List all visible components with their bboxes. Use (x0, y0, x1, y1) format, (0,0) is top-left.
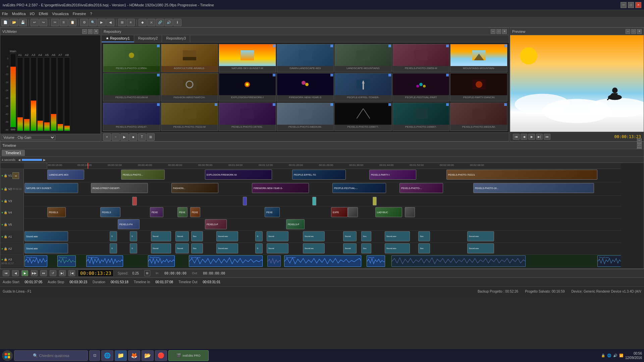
menu-visualizza[interactable]: Visualizza (52, 12, 68, 16)
clip-v5-3[interactable]: PEXELS-P (286, 219, 305, 229)
open-button[interactable]: 📂 (10, 19, 18, 26)
thumb-party[interactable]: PEOPLE-PARTY-DANCIN (450, 73, 507, 102)
tb-rewind-start[interactable]: ⏮ (3, 270, 9, 276)
track-v5-lock[interactable]: 🔒 (4, 223, 7, 226)
preview-close[interactable]: ✕ (637, 29, 642, 34)
thumb-nature-sky[interactable]: NATURE-SKY-SUNSET-M (219, 44, 276, 72)
thumb-firework[interactable]: FIREWORK-NEW-YEAR-S (277, 73, 334, 102)
a2-clip-8[interactable]: S (255, 243, 263, 253)
tool-2[interactable]: ◀ (106, 19, 114, 26)
track-v2-enable[interactable]: ● (1, 187, 3, 191)
clip-v3-2[interactable] (243, 197, 247, 205)
scale-right-icon[interactable]: ▶ (43, 158, 46, 162)
a2-clip-11[interactable]: Sound. (343, 243, 357, 253)
preview-play[interactable]: ▶ (528, 134, 535, 140)
menu-file[interactable]: File (2, 12, 8, 16)
a1-clip-1[interactable]: Sound.wav (24, 231, 68, 241)
a1-clip-6[interactable]: Sou (191, 231, 203, 241)
undo-button[interactable]: ↩ (31, 19, 39, 26)
clip-v4-6[interactable]: PEXE (265, 207, 280, 217)
clip-v1-eiffel[interactable]: PEOPLE-EIFFEL-TO (292, 170, 346, 180)
thumb-pexels-60168[interactable]: PEXELS-PHOTO-60168-M (103, 73, 160, 102)
menu-io[interactable]: I/O (30, 12, 35, 16)
repo-tab-1[interactable]: ★ Repository1 (102, 35, 134, 42)
tool-1[interactable]: ▶ (98, 19, 106, 26)
info-button[interactable]: ℹ (173, 19, 181, 26)
repo-tab-3[interactable]: Repository3 (162, 35, 190, 42)
thumb-pexels-167491[interactable]: PEXELS-PHOTO-167491- (219, 103, 276, 131)
thumb-pexels-70222[interactable]: PEXELS-PHOTO-70222-M (161, 103, 218, 131)
vumeter-close[interactable]: ✕ (94, 29, 98, 34)
track-a3-lock[interactable]: 🔒 (4, 258, 7, 261)
a1-clip-7[interactable]: Sound.wav (216, 231, 238, 241)
a1-clip-8[interactable]: S (255, 231, 263, 241)
repo-grid-button[interactable]: ⊞ (147, 133, 155, 141)
clip-v4-9[interactable]: LADYBUC (375, 207, 402, 217)
clip-v4-1[interactable]: PEXELS (47, 207, 66, 217)
track-a1-enable[interactable]: ● (1, 235, 3, 238)
a2-clip-12[interactable]: Sou (361, 243, 371, 253)
clip-v4-7[interactable]: EXPE (331, 207, 348, 217)
thumb-pexels-119564[interactable]: PEXELS-PHOTO-119564- (103, 44, 160, 72)
tb-play[interactable]: ▶ (21, 270, 28, 276)
a2-clip-1[interactable]: Sound.wav (24, 243, 68, 253)
settings-button[interactable]: ⚙ (80, 19, 88, 26)
taskbar-app-folder[interactable]: 📂 (142, 350, 154, 361)
vu-mode-select[interactable]: Volume - Clip Gain (2, 135, 55, 140)
clip-v2-fashion[interactable]: FASHION... (171, 183, 218, 193)
timeline-scroll[interactable]: 00:00:16:00 00:00:24:00 00:00:32:00 00:0… (0, 163, 644, 268)
paste-button[interactable]: 📋 (68, 19, 76, 26)
a1-clip-10[interactable]: Sound.wa (303, 231, 325, 241)
clip-v4-3[interactable]: PEXE (150, 207, 163, 217)
preview-next-frame[interactable]: ▶| (536, 134, 543, 140)
a3-waveform-2[interactable]: Sound.w (57, 255, 76, 267)
a3-waveform-4[interactable]: Sound.wav (148, 255, 175, 267)
a3-waveform-7[interactable]: Sound.wav (284, 255, 361, 267)
repo-play-button[interactable]: ▶ (120, 133, 128, 141)
thumb-pexels-154147[interactable]: PEXELS-PHOTO-154147- (103, 103, 160, 131)
thumb-pexels-medium-2[interactable]: PEXELS-PHOTO-MEDIUM- (450, 103, 507, 131)
tb-mark-in[interactable]: ▶| (59, 270, 66, 276)
repo-add-button[interactable]: + (103, 133, 111, 141)
scale-left-icon[interactable]: ◀ (18, 158, 20, 162)
track-a1-lock[interactable]: 🔒 (4, 235, 7, 238)
tb-mark-out[interactable]: |◀ (68, 270, 75, 276)
clip-v2-pexels16[interactable]: PEXELS-PHOTO-16... (473, 183, 594, 193)
clip-v1-party[interactable]: PEXELS-PARTY-I (369, 170, 416, 180)
track-a3-enable[interactable]: ● (1, 258, 3, 261)
menu-modifica[interactable]: Modifica (12, 12, 26, 16)
clip-v2-firework[interactable]: FIREWORK-NEW-YEAR-S- (252, 183, 309, 193)
a1-clip-12[interactable]: Sou (361, 231, 371, 241)
track-v1-lock[interactable]: 🔒 (4, 174, 7, 177)
track-v4-lock[interactable]: 🔒 (4, 211, 7, 214)
clip-v2-photo[interactable]: PEXELS-PHOTO-... (399, 183, 443, 193)
clip-v3-1[interactable] (132, 197, 137, 205)
preview-forward[interactable]: ⏭ (544, 134, 550, 140)
link-button[interactable]: 🔗 (156, 19, 164, 26)
taskbar-ivs-app[interactable]: 🎬 ivsEdits PRO (168, 350, 209, 361)
vumeter-maximize[interactable]: □ (88, 29, 93, 34)
repo-controls[interactable]: ─ □ ✕ (491, 29, 507, 34)
track-v5-enable[interactable]: ● (1, 223, 3, 226)
redo-button[interactable]: ↪ (39, 19, 47, 26)
track-a2-lock[interactable]: 🔒 (4, 247, 7, 250)
repo-minimize[interactable]: ─ (491, 29, 495, 34)
a1-clip-5[interactable]: Sound. (175, 231, 189, 241)
clip-v1-pexels70[interactable]: PEXELS-PHOTO-702221 (446, 170, 597, 180)
task-view-button[interactable]: ⊡ (89, 350, 100, 361)
a2-clip-13[interactable]: Sound.wav (385, 243, 410, 253)
clip-v1-pexels2[interactable]: PEXELS-PHOTO... (121, 170, 165, 180)
start-button[interactable] (2, 350, 13, 361)
thumb-pexels-169677[interactable]: PEXELS-PHOTO-169677- (334, 103, 392, 131)
track-v2-lock[interactable]: 🔒 (4, 187, 7, 191)
marker-button[interactable]: ◆ (139, 19, 147, 26)
a2-clip-2[interactable]: S (110, 243, 117, 253)
vumeter-minimize[interactable]: ─ (82, 29, 87, 34)
clip-v5-2[interactable]: PEXELS-P (205, 219, 227, 229)
menu-finestre[interactable]: Finestre (73, 12, 86, 16)
preview-prev-frame[interactable]: ◀ (521, 134, 527, 140)
track-a2-enable[interactable]: ● (1, 247, 3, 250)
search-bar[interactable]: 🔍 Chiedimi qualcosa (14, 350, 88, 361)
new-project-button[interactable]: 📄 (1, 19, 9, 26)
taskbar-app-explorer[interactable]: 📁 (115, 350, 127, 361)
